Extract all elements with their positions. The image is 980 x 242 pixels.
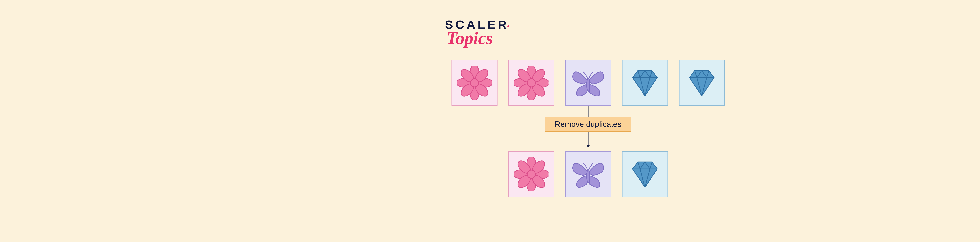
- svg-point-17: [527, 79, 536, 87]
- logo-dot-icon: [508, 25, 509, 27]
- svg-marker-27: [689, 71, 714, 96]
- tile-flower: [508, 151, 554, 197]
- arrow-line-top: [588, 106, 589, 117]
- tile-diamond: [622, 60, 668, 106]
- flower-icon: [514, 157, 549, 191]
- operation-label: Remove duplicates: [545, 117, 631, 132]
- output-row: [508, 151, 668, 197]
- scaler-topics-logo: SCALER Topics: [445, 18, 509, 48]
- tile-flower: [508, 60, 554, 106]
- diamond-icon: [627, 159, 663, 189]
- tile-butterfly: [565, 60, 611, 106]
- svg-point-8: [470, 79, 479, 87]
- remove-duplicates-diagram: Remove duplicates: [452, 60, 725, 197]
- diamond-icon: [627, 68, 663, 98]
- butterfly-icon: [570, 158, 606, 191]
- tile-butterfly: [565, 151, 611, 197]
- svg-point-43: [527, 170, 536, 178]
- tile-diamond: [679, 60, 725, 106]
- diamond-icon: [684, 68, 719, 98]
- svg-marker-45: [633, 162, 657, 188]
- svg-point-18: [587, 78, 590, 91]
- arrow-with-label: Remove duplicates: [545, 106, 631, 148]
- arrow-line-bottom: [588, 132, 589, 145]
- svg-point-44: [587, 169, 590, 183]
- flower-icon: [514, 66, 549, 100]
- input-row: [452, 60, 725, 106]
- tile-flower: [452, 60, 498, 106]
- tile-diamond: [622, 151, 668, 197]
- arrow-head-icon: [586, 145, 590, 148]
- butterfly-icon: [570, 66, 606, 100]
- logo-line1: SCALER: [445, 18, 509, 32]
- flower-icon: [457, 66, 492, 100]
- svg-marker-19: [633, 71, 657, 96]
